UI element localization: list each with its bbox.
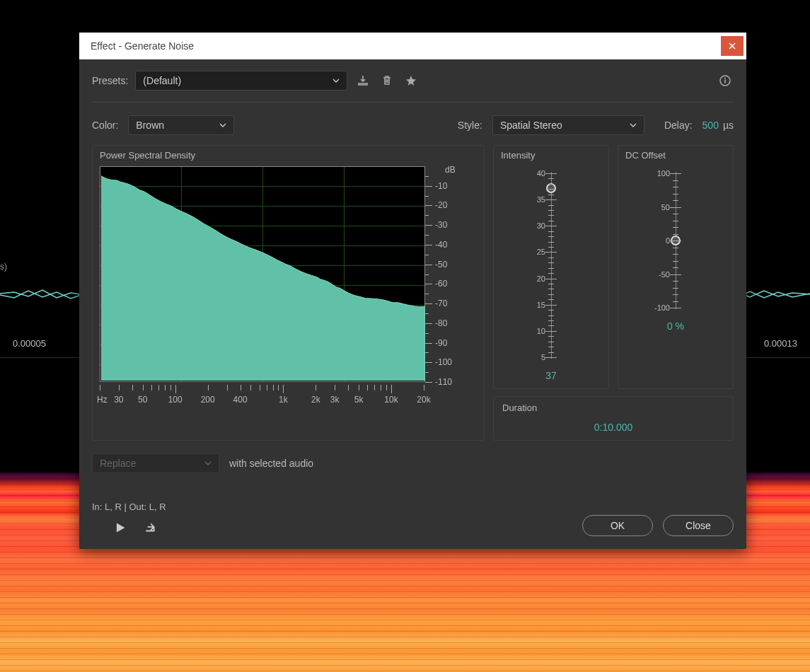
star-icon [405,74,417,87]
intensity-tick-label: 25 [537,248,545,256]
svg-rect-2 [724,80,726,83]
psd-panel: Power Spectral Density Hz 30501002004001… [92,145,485,441]
style-value: Spatial Stereo [500,120,562,131]
hz-tick-label: 100 [168,395,183,405]
psd-chart-area [101,166,425,381]
presets-label: Presets: [92,75,128,86]
db-tick-label: -30 [435,220,447,230]
close-icon [729,42,736,50]
style-label: Style: [458,120,482,131]
psd-chart [100,166,425,382]
hz-tick-label: 1k [279,395,288,405]
hz-tick-label: 30 [114,395,123,405]
trash-icon [381,74,393,87]
dc-tick-label: 100 [657,169,670,178]
chevron-down-icon [630,123,637,127]
db-tick-label: -70 [435,299,447,308]
titlebar: Effect - Generate Noise [79,33,746,59]
intensity-tick-label: 10 [537,327,545,335]
io-text: In: L, R | Out: L, R [92,502,166,512]
loop-button[interactable] [141,519,158,536]
color-value: Brown [136,120,164,131]
db-tick-label: -60 [435,279,447,289]
duration-panel: Duration 0:10.000 [493,396,734,441]
hz-tick-label: 2k [311,395,320,405]
dialog-title: Effect - Generate Noise [91,40,721,52]
hz-tick-label: 400 [233,395,248,405]
hz-tick-label: 200 [201,395,215,405]
intensity-value[interactable]: 37 [545,370,557,381]
psd-title: Power Spectral Density [100,150,477,161]
presets-dropdown[interactable]: (Default) [135,71,347,91]
hz-tick-label: 5k [354,395,364,405]
delay-value[interactable]: 500 [702,120,719,131]
dc-tick-label: -50 [659,270,670,279]
favorite-preset-button[interactable] [403,72,420,89]
ok-button[interactable]: OK [582,515,653,536]
intensity-title: Intensity [501,150,535,161]
export-icon [144,521,156,534]
psd-hz-axis: Hz 30501002004001k2k3k5k10k20k [100,385,425,407]
svg-point-1 [724,78,726,79]
color-dropdown[interactable]: Brown [128,115,234,135]
dialog-footer: In: L, R | Out: L, R OK Close [92,502,734,536]
dc-offset-panel: DC Offset 100500-50-100 0 % [618,145,734,389]
replace-suffix: with selected audio [229,458,313,469]
db-unit: dB [445,165,456,175]
db-tick-label: -50 [435,260,447,270]
psd-db-axis: dB -10-20-30-40-50-60-70-80-90-100-110 [425,166,459,407]
style-dropdown[interactable]: Spatial Stereo [492,115,644,135]
db-tick-label: -90 [435,338,447,348]
delay-label: Delay: [664,120,693,131]
timeline-value-right: 0.00013 [764,338,797,349]
hz-tick-label: 3k [330,395,340,405]
replace-row: Replace with selected audio [92,453,734,473]
waveform-axis-label: s) [0,262,7,272]
db-tick-label: -20 [435,200,447,210]
color-label: Color: [92,120,118,131]
intensity-tick-label: 30 [537,221,545,230]
dc-offset-value[interactable]: 0 % [667,320,684,332]
replace-value: Replace [100,458,136,469]
presets-selected: (Default) [143,75,181,86]
timeline-value-left: 0.00005 [13,338,46,349]
dc-offset-slider[interactable]: 100500-50-100 [661,166,690,315]
db-tick-label: -110 [435,377,452,387]
db-tick-label: -10 [435,181,447,191]
presets-row: Presets: (Default) [92,71,734,103]
db-tick-label: -40 [435,240,447,250]
dc-offset-title: DC Offset [625,150,666,161]
close-button[interactable]: Close [663,515,734,536]
intensity-tick-label: 15 [537,301,545,309]
replace-dropdown: Replace [92,453,219,473]
intensity-tick-label: 20 [537,274,545,283]
chevron-down-icon [332,79,340,83]
hz-unit: Hz [97,395,108,405]
dc-tick-label: -100 [654,303,670,312]
delete-preset-button[interactable] [378,72,395,89]
chevron-down-icon [204,461,212,465]
hz-tick-label: 50 [138,395,147,405]
import-preset-button[interactable] [354,72,371,89]
close-x-button[interactable] [721,36,744,56]
duration-title: Duration [502,402,724,413]
delay-unit: µs [723,120,734,131]
db-tick-label: -100 [435,357,452,367]
download-icon [357,74,369,87]
intensity-tick-label: 40 [537,169,545,178]
preview-play-button[interactable] [112,519,129,536]
intensity-panel: Intensity 403530252015105 37 [493,145,609,389]
parameter-row: Color: Brown Style: Spatial Stereo Delay… [92,103,734,145]
duration-value[interactable]: 0:10.000 [502,422,724,433]
db-tick-label: -80 [435,318,447,328]
info-button[interactable] [717,72,734,89]
intensity-slider[interactable]: 403530252015105 [537,166,565,364]
play-icon [114,521,127,534]
chevron-down-icon [219,123,226,127]
info-icon [719,74,731,87]
dc-tick-label: 50 [661,203,670,212]
hz-tick-label: 10k [384,395,398,405]
generate-noise-dialog: Effect - Generate Noise Presets: (Defaul… [79,33,746,549]
intensity-tick-label: 35 [537,195,545,204]
